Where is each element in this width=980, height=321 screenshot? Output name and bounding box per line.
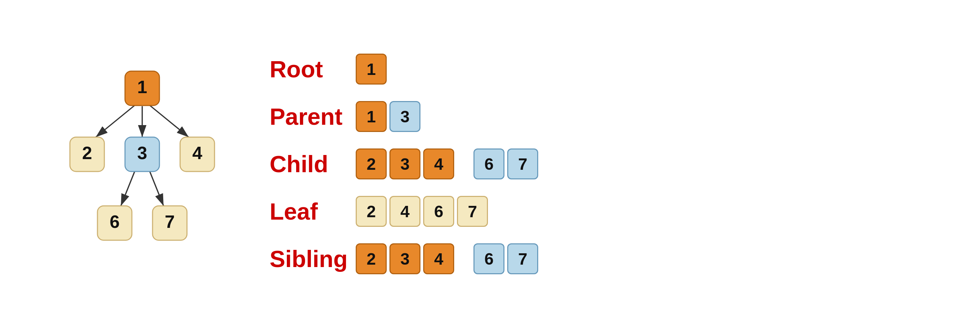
node-sibling-2: 2 xyxy=(356,244,387,274)
node-sibling-3: 3 xyxy=(390,244,420,274)
svg-text:6: 6 xyxy=(110,212,120,232)
node-child-4: 4 xyxy=(423,149,454,179)
svg-line-5 xyxy=(150,171,164,206)
svg-text:4: 4 xyxy=(192,143,202,163)
legend-nodes-root: 1 xyxy=(356,54,387,85)
tree-svg: 1 2 3 4 6 7 xyxy=(42,13,242,308)
main-container: 1 2 3 4 6 7 Root 1 Pa xyxy=(42,13,938,308)
node-sibling-7: 7 xyxy=(507,244,538,274)
svg-text:2: 2 xyxy=(82,143,92,163)
legend-section: Root 1 Parent 1 3 Child 2 3 4 6 7 xyxy=(270,47,938,274)
node-root-1: 1 xyxy=(356,54,387,85)
node-leaf-4: 4 xyxy=(390,196,420,227)
legend-row-leaf: Leaf 2 4 6 7 xyxy=(270,196,938,227)
svg-line-3 xyxy=(149,105,189,137)
svg-text:1: 1 xyxy=(137,77,147,97)
legend-nodes-sibling: 2 3 4 6 7 xyxy=(356,244,538,274)
node-leaf-7: 7 xyxy=(457,196,488,227)
node-child-6: 6 xyxy=(474,149,504,179)
node-sibling-4: 4 xyxy=(423,244,454,274)
legend-label-leaf: Leaf xyxy=(270,198,339,225)
legend-nodes-child: 2 3 4 6 7 xyxy=(356,149,538,179)
node-child-2: 2 xyxy=(356,149,387,179)
legend-nodes-leaf: 2 4 6 7 xyxy=(356,196,488,227)
legend-label-parent: Parent xyxy=(270,103,339,130)
legend-label-sibling: Sibling xyxy=(270,245,339,272)
tree-diagram: 1 2 3 4 6 7 xyxy=(42,13,242,308)
legend-row-sibling: Sibling 2 3 4 6 7 xyxy=(270,244,938,274)
legend-row-parent: Parent 1 3 xyxy=(270,101,938,132)
node-parent-1: 1 xyxy=(356,101,387,132)
legend-nodes-parent: 1 3 xyxy=(356,101,420,132)
node-parent-3: 3 xyxy=(390,101,420,132)
node-leaf-2: 2 xyxy=(356,196,387,227)
node-child-3: 3 xyxy=(390,149,420,179)
legend-label-root: Root xyxy=(270,56,339,82)
svg-text:3: 3 xyxy=(137,143,147,163)
node-leaf-6: 6 xyxy=(423,196,454,227)
node-sibling-6: 6 xyxy=(474,244,504,274)
node-child-7: 7 xyxy=(507,149,538,179)
legend-label-child: Child xyxy=(270,150,339,177)
legend-row-root: Root 1 xyxy=(270,54,938,85)
svg-line-4 xyxy=(121,171,135,206)
legend-row-child: Child 2 3 4 6 7 xyxy=(270,149,938,179)
svg-text:7: 7 xyxy=(165,212,175,232)
svg-line-1 xyxy=(96,105,135,137)
